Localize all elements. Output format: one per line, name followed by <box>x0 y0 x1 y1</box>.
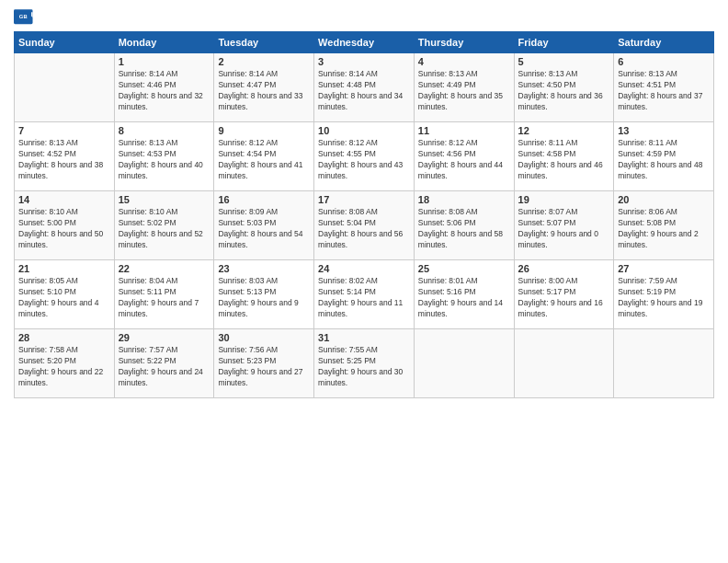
calendar-table: SundayMondayTuesdayWednesdayThursdayFrid… <box>14 31 714 398</box>
day-number: 7 <box>18 125 110 136</box>
day-info: Sunrise: 8:10 AMSunset: 5:00 PMDaylight:… <box>18 207 110 251</box>
calendar-week-row: 1Sunrise: 8:14 AMSunset: 4:46 PMDaylight… <box>15 53 714 122</box>
day-number: 29 <box>119 332 210 343</box>
calendar-cell: 18Sunrise: 8:08 AMSunset: 5:06 PMDayligh… <box>414 191 514 260</box>
calendar-cell: 5Sunrise: 8:13 AMSunset: 4:50 PMDaylight… <box>514 53 614 122</box>
day-number: 17 <box>318 194 410 205</box>
day-info: Sunrise: 8:06 AMSunset: 5:08 PMDaylight:… <box>618 207 710 251</box>
day-info: Sunrise: 8:11 AMSunset: 4:58 PMDaylight:… <box>518 138 610 182</box>
calendar-cell: 8Sunrise: 8:13 AMSunset: 4:53 PMDaylight… <box>114 122 214 191</box>
day-number: 22 <box>119 263 210 274</box>
weekday-header: Friday <box>514 32 614 53</box>
calendar-cell: 12Sunrise: 8:11 AMSunset: 4:58 PMDayligh… <box>514 122 614 191</box>
day-number: 30 <box>218 332 310 343</box>
calendar-cell: 4Sunrise: 8:13 AMSunset: 4:49 PMDaylight… <box>414 53 514 122</box>
day-number: 5 <box>518 56 610 67</box>
day-number: 23 <box>218 263 310 274</box>
day-info: Sunrise: 8:13 AMSunset: 4:50 PMDaylight:… <box>518 69 610 113</box>
calendar-cell: 17Sunrise: 8:08 AMSunset: 5:04 PMDayligh… <box>314 191 415 260</box>
calendar-cell <box>15 53 115 122</box>
day-info: Sunrise: 7:59 AMSunset: 5:19 PMDaylight:… <box>618 276 710 320</box>
calendar-cell: 11Sunrise: 8:12 AMSunset: 4:56 PMDayligh… <box>414 122 514 191</box>
logo: GB <box>14 9 36 26</box>
svg-text:GB: GB <box>19 14 28 19</box>
day-number: 8 <box>119 125 210 136</box>
day-info: Sunrise: 8:05 AMSunset: 5:10 PMDaylight:… <box>18 276 110 320</box>
day-number: 10 <box>318 125 410 136</box>
calendar-cell: 30Sunrise: 7:56 AMSunset: 5:23 PMDayligh… <box>214 329 314 398</box>
calendar-body: 1Sunrise: 8:14 AMSunset: 4:46 PMDaylight… <box>15 53 714 398</box>
day-number: 13 <box>618 125 710 136</box>
weekday-header: Monday <box>114 32 214 53</box>
weekday-header: Saturday <box>614 32 714 53</box>
main-container: GB SundayMondayTuesdayWednesdayThursdayF… <box>0 0 728 408</box>
weekday-header: Wednesday <box>314 32 415 53</box>
calendar-cell: 19Sunrise: 8:07 AMSunset: 5:07 PMDayligh… <box>514 191 614 260</box>
day-number: 19 <box>518 194 610 205</box>
calendar-cell <box>414 329 514 398</box>
calendar-cell: 31Sunrise: 7:55 AMSunset: 5:25 PMDayligh… <box>314 329 415 398</box>
calendar-cell: 3Sunrise: 8:14 AMSunset: 4:48 PMDaylight… <box>314 53 415 122</box>
day-number: 28 <box>18 332 110 343</box>
day-info: Sunrise: 8:13 AMSunset: 4:51 PMDaylight:… <box>618 69 710 113</box>
day-info: Sunrise: 8:12 AMSunset: 4:55 PMDaylight:… <box>318 138 410 182</box>
calendar-cell: 16Sunrise: 8:09 AMSunset: 5:03 PMDayligh… <box>214 191 314 260</box>
weekday-header: Sunday <box>15 32 115 53</box>
calendar-cell: 10Sunrise: 8:12 AMSunset: 4:55 PMDayligh… <box>314 122 415 191</box>
day-number: 31 <box>318 332 410 343</box>
calendar-cell: 20Sunrise: 8:06 AMSunset: 5:08 PMDayligh… <box>614 191 714 260</box>
calendar-header: SundayMondayTuesdayWednesdayThursdayFrid… <box>15 32 714 53</box>
day-info: Sunrise: 8:10 AMSunset: 5:02 PMDaylight:… <box>119 207 210 251</box>
calendar-cell: 29Sunrise: 7:57 AMSunset: 5:22 PMDayligh… <box>114 329 214 398</box>
day-number: 27 <box>618 263 710 274</box>
day-info: Sunrise: 8:13 AMSunset: 4:49 PMDaylight:… <box>418 69 510 113</box>
day-info: Sunrise: 7:55 AMSunset: 5:25 PMDaylight:… <box>318 345 410 389</box>
weekday-header: Tuesday <box>214 32 314 53</box>
day-number: 1 <box>119 56 210 67</box>
calendar-cell: 1Sunrise: 8:14 AMSunset: 4:46 PMDaylight… <box>114 53 214 122</box>
day-number: 3 <box>318 56 410 67</box>
day-info: Sunrise: 7:57 AMSunset: 5:22 PMDaylight:… <box>119 345 210 389</box>
calendar-cell: 14Sunrise: 8:10 AMSunset: 5:00 PMDayligh… <box>15 191 115 260</box>
day-info: Sunrise: 8:12 AMSunset: 4:56 PMDaylight:… <box>418 138 510 182</box>
calendar-cell: 28Sunrise: 7:58 AMSunset: 5:20 PMDayligh… <box>15 329 115 398</box>
weekday-header: Thursday <box>414 32 514 53</box>
day-info: Sunrise: 8:00 AMSunset: 5:17 PMDaylight:… <box>518 276 610 320</box>
day-info: Sunrise: 8:14 AMSunset: 4:48 PMDaylight:… <box>318 69 410 113</box>
day-number: 25 <box>418 263 510 274</box>
day-number: 6 <box>618 56 710 67</box>
logo-icon: GB <box>14 9 34 26</box>
day-number: 9 <box>218 125 310 136</box>
day-info: Sunrise: 8:13 AMSunset: 4:53 PMDaylight:… <box>119 138 210 182</box>
calendar-cell <box>614 329 714 398</box>
header: GB <box>14 9 714 26</box>
calendar-cell <box>514 329 614 398</box>
day-number: 20 <box>618 194 710 205</box>
day-number: 12 <box>518 125 610 136</box>
day-number: 26 <box>518 263 610 274</box>
calendar-week-row: 14Sunrise: 8:10 AMSunset: 5:00 PMDayligh… <box>15 191 714 260</box>
calendar-cell: 13Sunrise: 8:11 AMSunset: 4:59 PMDayligh… <box>614 122 714 191</box>
calendar-cell: 2Sunrise: 8:14 AMSunset: 4:47 PMDaylight… <box>214 53 314 122</box>
day-number: 2 <box>218 56 310 67</box>
calendar-cell: 7Sunrise: 8:13 AMSunset: 4:52 PMDaylight… <box>15 122 115 191</box>
day-info: Sunrise: 8:04 AMSunset: 5:11 PMDaylight:… <box>119 276 210 320</box>
day-info: Sunrise: 7:58 AMSunset: 5:20 PMDaylight:… <box>18 345 110 389</box>
weekday-row: SundayMondayTuesdayWednesdayThursdayFrid… <box>15 32 714 53</box>
day-info: Sunrise: 7:56 AMSunset: 5:23 PMDaylight:… <box>218 345 310 389</box>
calendar-cell: 22Sunrise: 8:04 AMSunset: 5:11 PMDayligh… <box>114 260 214 329</box>
day-info: Sunrise: 8:11 AMSunset: 4:59 PMDaylight:… <box>618 138 710 182</box>
day-info: Sunrise: 8:08 AMSunset: 5:04 PMDaylight:… <box>318 207 410 251</box>
day-info: Sunrise: 8:09 AMSunset: 5:03 PMDaylight:… <box>218 207 310 251</box>
calendar-week-row: 21Sunrise: 8:05 AMSunset: 5:10 PMDayligh… <box>15 260 714 329</box>
calendar-cell: 15Sunrise: 8:10 AMSunset: 5:02 PMDayligh… <box>114 191 214 260</box>
day-number: 11 <box>418 125 510 136</box>
day-number: 24 <box>318 263 410 274</box>
day-number: 18 <box>418 194 510 205</box>
calendar-cell: 6Sunrise: 8:13 AMSunset: 4:51 PMDaylight… <box>614 53 714 122</box>
day-info: Sunrise: 8:07 AMSunset: 5:07 PMDaylight:… <box>518 207 610 251</box>
day-info: Sunrise: 8:08 AMSunset: 5:06 PMDaylight:… <box>418 207 510 251</box>
day-info: Sunrise: 8:14 AMSunset: 4:46 PMDaylight:… <box>119 69 210 113</box>
day-number: 15 <box>119 194 210 205</box>
day-number: 14 <box>18 194 110 205</box>
